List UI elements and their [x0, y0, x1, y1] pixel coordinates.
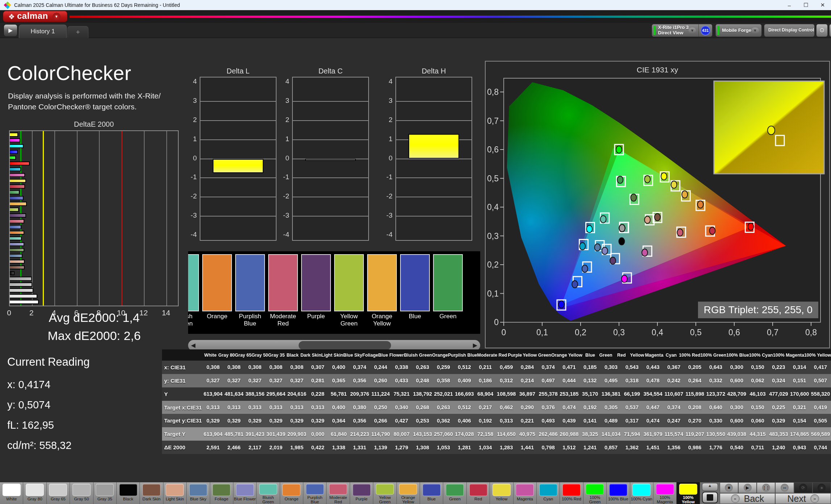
play-button[interactable]: ▶ — [738, 482, 757, 493]
column-header: Green — [598, 353, 614, 358]
table-cell: 0,427 — [391, 418, 412, 424]
patch-button-red[interactable]: Red — [467, 482, 490, 504]
scroll-right-icon[interactable]: ▶ — [473, 342, 477, 349]
patch-label: 100% Magenta — [653, 495, 676, 504]
table-cell: 255,378 — [538, 391, 559, 397]
add-tab-button[interactable]: + — [67, 26, 88, 38]
source-dropdown[interactable]: Mobile Forge ▼ — [715, 24, 762, 37]
target-patch-button[interactable] — [702, 492, 718, 503]
patch-button-dark-skin[interactable]: Dark Skin — [140, 482, 163, 504]
patch-button-yellow[interactable]: Yellow — [490, 482, 513, 504]
patch-button-100-yellow[interactable]: 100% Yellow — [677, 482, 700, 504]
patch-button-green[interactable]: Green — [443, 482, 466, 504]
svg-text:0,8: 0,8 — [487, 87, 499, 97]
tab-scroll-button[interactable]: ▶ — [4, 24, 17, 37]
patch-button-100-magenta[interactable]: 100% Magenta — [653, 482, 677, 504]
table-cell: 0,151 — [789, 378, 810, 383]
table-cell: 136,381 — [601, 391, 622, 397]
table-cell: 2,591 — [203, 445, 224, 450]
patch-color-chip — [539, 484, 557, 496]
table-cell: 252,021 — [433, 391, 454, 397]
table-cell: 0,300 — [726, 364, 747, 370]
patch-label: 100% Yellow — [677, 495, 699, 504]
table-cell: 108,598 — [496, 391, 517, 397]
table-cell: 253,185 — [559, 391, 580, 397]
continuous-read-button[interactable]: ∞ — [775, 482, 794, 493]
patch-button-white[interactable]: White — [0, 482, 23, 504]
patch-button-100-red[interactable]: 100% Red — [560, 482, 583, 504]
patch-button-gray-80[interactable]: Gray 80 — [23, 482, 46, 504]
patch-button-blue-flower[interactable]: Blue Flower — [233, 482, 257, 504]
patch-label: Foliage — [215, 497, 228, 501]
patch-button-purplish-blue[interactable]: Purplish Blue — [303, 482, 327, 504]
table-cell: 0,512 — [454, 364, 475, 370]
table-cell: 44,315 — [747, 431, 768, 437]
patch-button-light-skin[interactable]: Light Skin — [163, 482, 187, 504]
tab-history-1[interactable]: History 1 — [19, 25, 67, 38]
column-header: Gray 35 — [268, 353, 285, 358]
patch-button-blue-sky[interactable]: Blue Sky — [187, 482, 210, 504]
table-cell: 0,362 — [433, 418, 454, 424]
close-button[interactable]: ✕ — [814, 0, 831, 10]
patch-button-foliage[interactable]: Foliage — [210, 482, 233, 504]
measurement-table: WhiteGray 80Gray 65Gray 50Gray 35BlackDa… — [162, 349, 831, 454]
minimize-button[interactable]: – — [781, 0, 798, 10]
stop-icon: ■ — [725, 484, 733, 492]
column-header: Light Skin — [321, 353, 343, 358]
collapse-panel-button[interactable]: ◀ — [829, 24, 831, 37]
back-button[interactable]: « Back — [720, 493, 776, 504]
read-series-button[interactable]: [··] — [757, 482, 775, 493]
settings-button[interactable]: ⚙ — [816, 24, 828, 37]
patch-color-chip — [3, 484, 21, 496]
patch-button-black[interactable]: Black — [117, 482, 140, 504]
patch-button-magenta[interactable]: Magenta — [514, 482, 537, 504]
maximize-button[interactable]: ☐ — [798, 0, 814, 10]
current-reading-title: Current Reading — [7, 356, 90, 369]
patch-label: Yellow — [495, 497, 507, 501]
table-cell: 0,060 — [747, 418, 768, 424]
column-header: Red — [614, 353, 629, 358]
strip-swatch: Orange — [202, 254, 232, 327]
table-cell: 0,062 — [747, 378, 768, 383]
patch-button-purple[interactable]: Purple — [350, 482, 373, 504]
deltae-bar — [10, 294, 37, 298]
patch-button-100-blue[interactable]: 100% Blue — [607, 482, 630, 504]
next-button[interactable]: Next » — [775, 493, 831, 504]
patch-button-blue[interactable]: Blue — [420, 482, 443, 504]
calman-menu-button[interactable]: ❖ calman ▼ — [3, 11, 67, 22]
chevrons-left-icon: « — [731, 494, 740, 503]
patch-button-orange[interactable]: Orange — [280, 482, 303, 504]
display-control-dropdown[interactable]: Direct Display Control ▼ — [764, 24, 815, 37]
patch-button-gray-35[interactable]: Gray 35 — [94, 482, 117, 504]
patch-label: Cyan — [543, 497, 553, 501]
table-cell: 477,029 — [768, 391, 789, 397]
patch-button-bluish-green[interactable]: Bluish Green — [257, 482, 280, 504]
patch-button-100-green[interactable]: 100% Green — [583, 482, 607, 504]
patch-color-chip — [586, 484, 604, 495]
patch-button-cyan[interactable]: Cyan — [537, 482, 560, 504]
table-cell: 301,439 — [265, 431, 286, 437]
svg-text:0,7: 0,7 — [487, 116, 499, 126]
chevron-down-icon: ▼ — [814, 28, 815, 33]
patch-button-gray-50[interactable]: Gray 50 — [70, 482, 93, 504]
patch-button-yellow-green[interactable]: Yellow Green — [373, 482, 396, 504]
patch-button-moderate-red[interactable]: Moderate Red — [327, 482, 350, 504]
stop-button[interactable]: ■ — [720, 482, 738, 493]
table-cell: 0,150 — [747, 364, 768, 370]
refresh-button[interactable]: ⟳ — [794, 482, 813, 493]
patch-button-gray-65[interactable]: Gray 65 — [47, 482, 70, 504]
idle-button[interactable]: ● — [813, 482, 831, 493]
meter-dropdown[interactable]: X-Rite i1Pro 3Direct View ▼ 431 — [652, 24, 712, 37]
svg-text:0,1: 0,1 — [536, 328, 548, 337]
patch-button-orange-yellow[interactable]: Orange Yellow — [397, 482, 420, 504]
svg-text:0: 0 — [502, 328, 506, 337]
column-header: 100% Yellow — [804, 353, 831, 358]
patch-color-chip — [142, 484, 161, 496]
table-cell: 0,374 — [538, 364, 559, 370]
deltae-bar — [10, 133, 18, 137]
table-cell: 0,640 — [705, 404, 726, 410]
patch-button-100-cyan[interactable]: 100% Cyan — [630, 482, 653, 504]
expand-panel-button[interactable]: ▲ — [702, 483, 718, 491]
scroll-left-icon[interactable]: ◀ — [191, 342, 195, 349]
scrollbar-thumb[interactable] — [299, 341, 391, 350]
